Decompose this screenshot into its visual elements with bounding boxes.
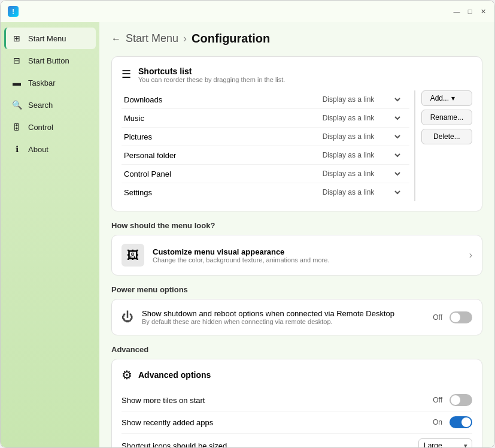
power-toggle-label: Off bbox=[433, 313, 442, 322]
advanced-row-recent-apps: Show recently added apps On bbox=[122, 411, 472, 434]
shortcut-dropdown-personal-folder[interactable]: Display as a link Display as a menu Don'… bbox=[320, 150, 402, 160]
sidebar-label-taskbar: Taskbar bbox=[28, 78, 56, 87]
shortcut-dropdown-music[interactable]: Display as a link Display as a menu Don'… bbox=[320, 113, 402, 123]
advanced-label-recent-apps: Show recently added apps bbox=[122, 418, 433, 427]
menu-look-card[interactable]: 🖼 Customize menu visual appearance Chang… bbox=[111, 235, 482, 276]
menu-look-section-label: How should the menu look? bbox=[111, 221, 482, 230]
sidebar-label-search: Search bbox=[28, 101, 53, 110]
advanced-card: ⚙ Advanced options Show more tiles on st… bbox=[111, 359, 482, 447]
start-button-icon: ⊟ bbox=[11, 55, 22, 66]
shortcut-dropdown-control-panel[interactable]: Display as a link Display as a menu Don'… bbox=[320, 169, 402, 178]
minimize-button[interactable]: — bbox=[453, 7, 461, 16]
shortcut-row-music: Music Display as a link Display as a men… bbox=[122, 109, 409, 128]
shortcut-select-personal-folder[interactable]: Display as a link Display as a menu Don'… bbox=[320, 150, 402, 160]
shortcut-row-settings: Settings Display as a link Display as a … bbox=[122, 183, 409, 201]
recent-apps-toggle[interactable] bbox=[450, 416, 472, 428]
advanced-icon: ⚙ bbox=[122, 368, 132, 382]
recent-apps-toggle-label: On bbox=[433, 418, 442, 426]
tiles-toggle-row: Off bbox=[433, 394, 472, 406]
advanced-label-icon-size: Shortcut icons should be sized bbox=[122, 441, 418, 448]
sidebar-item-control[interactable]: 🎛 Control bbox=[4, 116, 96, 138]
shortcuts-wrapper: Downloads Display as a link Display as a… bbox=[122, 90, 472, 201]
sidebar-label-about: About bbox=[28, 145, 48, 154]
title-bar: ! — □ ✕ bbox=[1, 1, 494, 22]
power-toggle[interactable] bbox=[450, 311, 472, 323]
rename-button[interactable]: Rename... bbox=[421, 110, 472, 125]
sidebar-label-start-menu: Start Menu bbox=[28, 34, 66, 43]
sidebar-item-start-menu[interactable]: ⊞ Start Menu bbox=[4, 28, 96, 49]
breadcrumb-separator: › bbox=[183, 32, 187, 45]
about-icon: ℹ bbox=[11, 144, 22, 155]
shortcut-dropdown-pictures[interactable]: Display as a link Display as a menu Don'… bbox=[320, 132, 402, 141]
shortcut-row-pictures: Pictures Display as a link Display as a … bbox=[122, 128, 409, 146]
recent-apps-toggle-row: On bbox=[433, 416, 472, 428]
menu-look-arrow-icon: › bbox=[469, 250, 472, 261]
power-icon: ⏻ bbox=[122, 310, 133, 324]
power-title: Show shutdown and reboot options when co… bbox=[142, 309, 424, 318]
app-window: ! — □ ✕ ⊞ Start Menu ⊟ Start Button ▬ Ta… bbox=[0, 0, 495, 448]
breadcrumb: ← Start Menu › Configuration bbox=[111, 32, 482, 46]
shortcuts-header: ☰ Shortcuts list You can reorder these b… bbox=[122, 66, 472, 83]
power-text: Show shutdown and reboot options when co… bbox=[142, 309, 424, 325]
sidebar-label-control: Control bbox=[28, 123, 53, 132]
power-subtitle: By default these are hidden when connect… bbox=[142, 318, 424, 325]
shortcuts-list: Downloads Display as a link Display as a… bbox=[122, 90, 415, 201]
shortcuts-subtitle: You can reorder these by dragging them i… bbox=[138, 76, 285, 83]
shortcut-row-downloads: Downloads Display as a link Display as a… bbox=[122, 90, 409, 109]
shortcut-name-settings: Settings bbox=[124, 188, 320, 197]
sidebar-item-about[interactable]: ℹ About bbox=[4, 138, 96, 160]
shortcut-select-pictures[interactable]: Display as a link Display as a menu Don'… bbox=[320, 132, 402, 141]
close-button[interactable]: ✕ bbox=[479, 7, 487, 16]
shortcut-row-control-panel: Control Panel Display as a link Display … bbox=[122, 165, 409, 183]
window-controls: — □ ✕ bbox=[453, 7, 487, 16]
sidebar-label-start-button: Start Button bbox=[28, 56, 69, 65]
advanced-row-tiles: Show more tiles on start Off bbox=[122, 389, 472, 411]
sidebar: ⊞ Start Menu ⊟ Start Button ▬ Taskbar 🔍 … bbox=[1, 22, 99, 447]
breadcrumb-current: Configuration bbox=[192, 32, 270, 46]
shortcuts-action-buttons: Add... ▾ Rename... Delete... bbox=[415, 90, 472, 201]
shortcut-name-personal-folder: Personal folder bbox=[124, 151, 320, 160]
delete-button[interactable]: Delete... bbox=[421, 129, 472, 144]
tiles-toggle[interactable] bbox=[450, 394, 472, 406]
start-menu-icon: ⊞ bbox=[11, 33, 22, 44]
sidebar-item-search[interactable]: 🔍 Search bbox=[4, 94, 96, 116]
tiles-toggle-slider bbox=[450, 394, 472, 406]
shortcut-name-control-panel: Control Panel bbox=[124, 169, 320, 178]
shortcut-name-pictures: Pictures bbox=[124, 132, 320, 141]
app-icon: ! bbox=[8, 6, 19, 17]
power-options-card: ⏻ Show shutdown and reboot options when … bbox=[111, 299, 482, 335]
shortcut-row-personal-folder: Personal folder Display as a link Displa… bbox=[122, 146, 409, 165]
advanced-header: ⚙ Advanced options bbox=[122, 368, 472, 382]
icon-size-select[interactable]: Small Medium Large bbox=[418, 438, 472, 447]
shortcut-dropdown-downloads[interactable]: Display as a link Display as a menu Don'… bbox=[320, 95, 402, 104]
shortcut-select-control-panel[interactable]: Display as a link Display as a menu Don'… bbox=[320, 169, 402, 178]
advanced-label-tiles: Show more tiles on start bbox=[122, 396, 433, 405]
menu-look-title: Customize menu visual appearance bbox=[153, 247, 461, 256]
shortcuts-title: Shortcuts list bbox=[138, 66, 285, 76]
title-bar-left: ! bbox=[8, 6, 19, 17]
advanced-row-icon-size: Shortcut icons should be sized Small Med… bbox=[122, 434, 472, 447]
control-icon: 🎛 bbox=[11, 122, 22, 132]
shortcuts-card: ☰ Shortcuts list You can reorder these b… bbox=[111, 56, 482, 211]
power-toggle-slider bbox=[450, 311, 472, 323]
power-options-section-label: Power menu options bbox=[111, 285, 482, 294]
shortcut-select-downloads[interactable]: Display as a link Display as a menu Don'… bbox=[320, 95, 402, 104]
shortcuts-header-text: Shortcuts list You can reorder these by … bbox=[138, 66, 285, 83]
sidebar-item-taskbar[interactable]: ▬ Taskbar bbox=[4, 72, 96, 93]
breadcrumb-parent: Start Menu bbox=[126, 32, 178, 45]
menu-look-icon: 🖼 bbox=[122, 244, 144, 267]
sidebar-item-start-button[interactable]: ⊟ Start Button bbox=[4, 50, 96, 71]
advanced-title: Advanced options bbox=[138, 370, 211, 380]
shortcut-select-music[interactable]: Display as a link Display as a menu Don'… bbox=[320, 113, 402, 123]
menu-look-text: Customize menu visual appearance Change … bbox=[153, 247, 461, 264]
shortcut-select-settings[interactable]: Display as a link Display as a menu Don'… bbox=[320, 187, 402, 197]
maximize-button[interactable]: □ bbox=[466, 7, 474, 16]
advanced-section-label: Advanced bbox=[111, 345, 482, 354]
add-button[interactable]: Add... ▾ bbox=[421, 90, 472, 106]
back-button[interactable]: ← bbox=[111, 34, 121, 44]
tiles-toggle-label: Off bbox=[433, 396, 442, 404]
shortcuts-list-icon: ☰ bbox=[122, 68, 131, 81]
shortcut-dropdown-settings[interactable]: Display as a link Display as a menu Don'… bbox=[320, 187, 402, 197]
icon-size-select-wrapper[interactable]: Small Medium Large bbox=[418, 438, 472, 447]
shortcut-name-music: Music bbox=[124, 114, 320, 123]
